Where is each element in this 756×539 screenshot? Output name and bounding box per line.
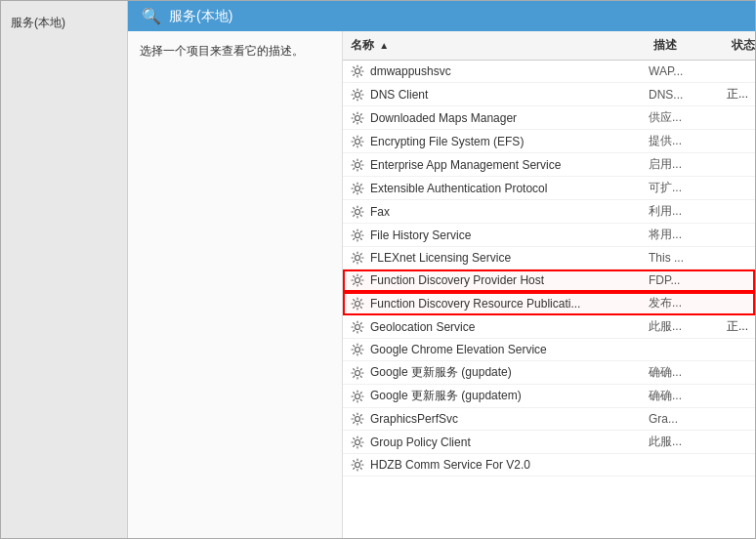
col-header-name[interactable]: 名称 ▲ (343, 35, 646, 56)
gear-icon (349, 341, 366, 358)
main-header-title: 服务(本地) (169, 8, 232, 25)
description-text: 选择一个项目来查看它的描述。 (140, 44, 304, 58)
sidebar-item-services[interactable]: 服务(本地) (1, 9, 127, 37)
table-row[interactable]: Enterprise App Management Service启用... (343, 153, 755, 177)
gear-icon (349, 410, 366, 428)
service-status (723, 349, 755, 351)
service-status (723, 164, 755, 166)
service-status (723, 303, 755, 305)
sort-arrow-name: ▲ (379, 40, 389, 51)
gear-icon (349, 388, 366, 405)
service-desc: DNS... (645, 87, 723, 103)
table-row[interactable]: Downloaded Maps Manager供应... (343, 106, 755, 130)
svg-point-14 (356, 394, 360, 398)
service-desc: 启用... (645, 155, 723, 174)
service-desc: 此服... (645, 433, 723, 451)
service-desc: 提供... (645, 132, 723, 150)
svg-point-10 (356, 301, 360, 306)
table-row[interactable]: Google 更新服务 (gupdate)确确... (343, 361, 755, 385)
table-row[interactable]: File History Service将用... (343, 224, 755, 247)
services-list[interactable]: 名称 ▲ 描述 状态 dmwappushsvcWAP... DNS Client… (343, 31, 755, 538)
gear-icon (349, 109, 366, 127)
gear-icon (349, 434, 366, 451)
col-header-status[interactable]: 状态 (724, 35, 755, 56)
table-row[interactable]: Geolocation Service此服...正... (343, 315, 755, 339)
svg-point-6 (356, 209, 360, 214)
col-header-desc[interactable]: 描述 (646, 35, 724, 56)
description-pane: 选择一个项目来查看它的描述。 (128, 31, 343, 538)
service-name: GraphicsPerfSvc (366, 411, 645, 427)
gear-icon (349, 318, 366, 336)
gear-icon (349, 203, 366, 221)
svg-point-9 (356, 278, 360, 283)
service-name: DNS Client (366, 87, 645, 103)
service-desc: WAP... (645, 63, 723, 79)
list-header: 名称 ▲ 描述 状态 (343, 31, 755, 61)
table-row[interactable]: Function Discovery Provider HostFDP... (343, 270, 755, 292)
service-status (723, 211, 755, 213)
svg-point-3 (356, 139, 360, 144)
svg-point-13 (356, 370, 360, 375)
table-row[interactable]: dmwappushsvcWAP... (343, 61, 755, 83)
table-row[interactable]: Extensible Authentication Protocol可扩... (343, 177, 755, 200)
service-name: Geolocation Service (366, 319, 645, 335)
service-desc: 此服... (645, 317, 723, 336)
table-row[interactable]: Group Policy Client此服... (343, 431, 755, 454)
service-desc (645, 349, 723, 351)
service-status (723, 464, 755, 466)
service-name: Extensible Authentication Protocol (366, 181, 645, 196)
gear-icon (349, 295, 366, 312)
svg-point-0 (356, 69, 360, 74)
service-desc: 发布... (645, 294, 723, 312)
service-name: Group Policy Client (366, 435, 645, 450)
sidebar: 服务(本地) (1, 1, 128, 538)
service-status (723, 257, 755, 259)
service-desc: 确确... (645, 363, 723, 382)
service-name: Enterprise App Management Service (366, 157, 645, 173)
service-status (723, 70, 755, 72)
svg-point-7 (356, 232, 360, 237)
gear-icon (349, 133, 366, 150)
service-name: Encrypting File System (EFS) (366, 134, 645, 149)
svg-point-16 (356, 439, 360, 444)
service-name: dmwappushsvc (366, 63, 645, 79)
svg-point-15 (356, 417, 360, 422)
table-row[interactable]: HDZB Comm Service For V2.0 (343, 454, 755, 477)
gear-icon (349, 227, 366, 244)
table-row[interactable]: Google Chrome Elevation Service (343, 339, 755, 361)
service-name: File History Service (366, 228, 645, 243)
service-desc: This ... (645, 250, 723, 266)
service-desc (645, 464, 723, 466)
service-name: Fax (366, 204, 645, 220)
service-desc: 供应... (645, 108, 723, 127)
service-status (723, 234, 755, 236)
service-desc: FDP... (645, 272, 723, 288)
table-row[interactable]: Fax利用... (343, 200, 755, 224)
table-row[interactable]: Encrypting File System (EFS)提供... (343, 130, 755, 153)
service-status (723, 441, 755, 443)
svg-point-8 (356, 256, 360, 261)
table-row[interactable]: FLEXnet Licensing ServiceThis ... (343, 247, 755, 270)
gear-icon (349, 249, 366, 267)
gear-icon (349, 86, 366, 104)
service-status (723, 187, 755, 189)
table-row[interactable]: Function Discovery Resource Publicati...… (343, 292, 755, 315)
table-row[interactable]: GraphicsPerfSvcGra... (343, 408, 755, 431)
service-status (723, 395, 755, 397)
services-header-icon: 🔍 (142, 7, 161, 25)
service-desc: 利用... (645, 202, 723, 221)
service-name: Google 更新服务 (gupdatem) (366, 387, 645, 405)
service-desc: 确确... (645, 387, 723, 405)
gear-icon (349, 456, 366, 474)
table-row[interactable]: DNS ClientDNS...正... (343, 83, 755, 106)
gear-icon (349, 271, 366, 289)
svg-point-4 (356, 162, 360, 167)
main-header: 🔍 服务(本地) (128, 1, 755, 31)
service-desc: Gra... (645, 411, 723, 427)
service-status (723, 418, 755, 420)
service-name: HDZB Comm Service For V2.0 (366, 457, 645, 473)
service-name: Function Discovery Resource Publicati... (366, 296, 645, 311)
table-row[interactable]: Google 更新服务 (gupdatem)确确... (343, 385, 755, 408)
service-name: FLEXnet Licensing Service (366, 250, 645, 266)
service-status (723, 372, 755, 374)
